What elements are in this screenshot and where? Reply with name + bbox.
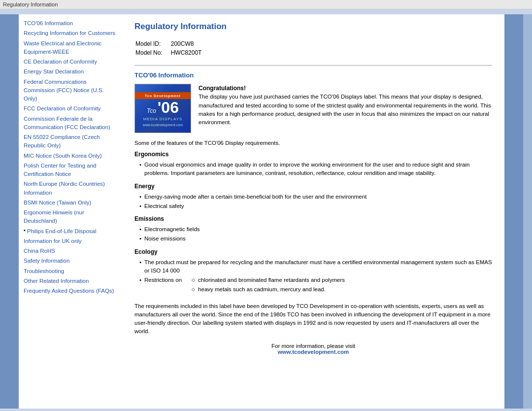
sidebar-item-tco06[interactable]: TCO'06 Information xyxy=(24,19,117,28)
emissions-title: Emissions xyxy=(134,215,492,222)
tco-stripe: Tco Development xyxy=(135,92,191,99)
list-item: Energy-saving mode after a certain time-… xyxy=(139,193,492,201)
sidebar-item-recycling[interactable]: Recycling Information for Customers xyxy=(24,29,117,37)
bullet-icon: • xyxy=(24,227,26,233)
tco-number: '06 xyxy=(158,99,179,116)
sidebar-item-safety[interactable]: Safety Information xyxy=(24,257,117,265)
section-title: TCO'06 Information xyxy=(134,71,492,79)
sidebar-item-philips[interactable]: Philips End-of-Life Disposal xyxy=(27,227,97,236)
browser-title-text: Regulatory Information xyxy=(3,1,58,7)
ecology-sub-list: chlorinated and brominated flame retarda… xyxy=(182,276,345,295)
ecology-list: The product must be prepared for recycli… xyxy=(134,258,492,297)
separator xyxy=(134,65,492,66)
list-item: Restrictions on chlorinated and brominat… xyxy=(139,276,492,297)
sidebar-item-philips-wrapper: • Philips End-of-Life Disposal xyxy=(24,227,117,237)
sidebar-item-fcc-declaration[interactable]: FCC Declaration of Conformity xyxy=(24,104,117,113)
tco-block: Tco Development Tco '06 MEDIA DISPLAYS w… xyxy=(134,84,492,133)
model-id-value: 200CW8 xyxy=(171,40,209,48)
sidebar-item-other[interactable]: Other Related Information xyxy=(24,277,117,285)
some-features-text: Some of the features of the TCO'06 Displ… xyxy=(134,140,492,146)
sidebar-item-china[interactable]: China RoHS xyxy=(24,247,117,255)
ergonomics-list: Good visual ergonomics and image quality… xyxy=(134,161,492,178)
model-table: Model ID: 200CW8 Model No: HWC8200T xyxy=(134,39,210,58)
sidebar-item-fcc-notice[interactable]: Federal Communications Commission (FCC) … xyxy=(24,78,117,103)
list-item: Good visual ergonomics and image quality… xyxy=(139,161,492,178)
sidebar-item-bsmi[interactable]: BSMI Notice (Taiwan Only) xyxy=(24,199,117,207)
sidebar-item-polish[interactable]: Polish Center for Testing and Certificat… xyxy=(24,162,117,179)
list-item: heavy metals such as cadmium, mercury an… xyxy=(192,285,345,294)
sidebar-item-ce[interactable]: CE Declaration of Conformity xyxy=(24,58,117,66)
browser-title-bar: Regulatory Information xyxy=(0,0,532,9)
model-no-value: HWC8200T xyxy=(171,49,209,57)
congrats-text: The display you have just purchased carr… xyxy=(199,93,492,127)
congrats-block: Congratulations! The display you have ju… xyxy=(199,84,492,127)
model-no-row: Model No: HWC8200T xyxy=(135,49,209,57)
sidebar-item-troubleshooting[interactable]: Troubleshooting xyxy=(24,267,117,275)
sidebar-item-mic[interactable]: MIC Notice (South Korea Only) xyxy=(24,152,117,160)
sidebar-item-en55022[interactable]: EN 55022 Compliance (Czech Republic Only… xyxy=(24,133,117,150)
bottom-text: The requirements included in this label … xyxy=(134,302,492,336)
tco-media-label: MEDIA DISPLAYS xyxy=(143,117,183,121)
sidebar-item-ergonomie[interactable]: Ergonomie Hinweis (nur Deutschland) xyxy=(24,208,117,226)
model-id-label: Model ID: xyxy=(135,40,170,48)
visit-link[interactable]: www.tcodevelopment.com xyxy=(278,349,349,355)
sidebar-item-uk[interactable]: Information for UK only xyxy=(24,237,117,245)
sidebar-item-nordic[interactable]: North Europe (Nordic Countries) Informat… xyxy=(24,180,117,197)
energy-title: Energy xyxy=(134,183,492,190)
sidebar-item-commission[interactable]: Commission Federale de la Communication … xyxy=(24,115,117,132)
list-item: chlorinated and brominated flame retarda… xyxy=(192,276,345,284)
right-accent-bar xyxy=(504,14,523,409)
model-id-row: Model ID: 200CW8 xyxy=(135,40,209,48)
list-item: Electromagnetic fields xyxy=(139,225,492,234)
energy-list: Energy-saving mode after a certain time-… xyxy=(134,193,492,211)
visit-block: For more information, please visit www.t… xyxy=(134,343,492,355)
model-no-label: Model No: xyxy=(135,49,170,57)
emissions-list: Electromagnetic fields Noise emissions xyxy=(134,225,492,243)
sidebar-item-weee[interactable]: Waste Electrical and Electronic Equipmen… xyxy=(24,39,117,57)
tco-logo: Tco Development Tco '06 MEDIA DISPLAYS w… xyxy=(134,84,191,133)
list-item: Electrical safety xyxy=(139,202,492,210)
visit-text: For more information, please visit xyxy=(134,343,492,349)
left-accent-bar xyxy=(0,14,19,409)
congrats-heading: Congratulations! xyxy=(199,85,246,92)
main-content: Regulatory Information Model ID: 200CW8 … xyxy=(122,14,504,409)
sidebar-item-faqs[interactable]: Frequently Asked Questions (FAQs) xyxy=(24,287,117,295)
page-title: Regulatory Information xyxy=(134,22,492,32)
ergonomics-title: Ergonomics xyxy=(134,151,492,158)
sidebar: TCO'06 Information Recycling Information… xyxy=(19,14,122,409)
list-item: The product must be prepared for recycli… xyxy=(139,258,492,275)
sidebar-item-energy-star[interactable]: Energy Star Declaration xyxy=(24,68,117,76)
list-item: Noise emissions xyxy=(139,235,492,243)
right-accent-bar2 xyxy=(523,14,532,409)
ecology-title: Ecology xyxy=(134,248,492,255)
tco-website-label: www.tcodevelopment.com xyxy=(143,123,183,127)
